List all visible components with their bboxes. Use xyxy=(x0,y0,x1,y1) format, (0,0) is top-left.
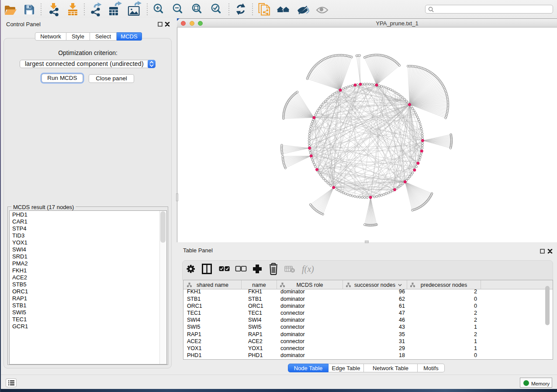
svg-text:f(x): f(x) xyxy=(302,264,314,274)
